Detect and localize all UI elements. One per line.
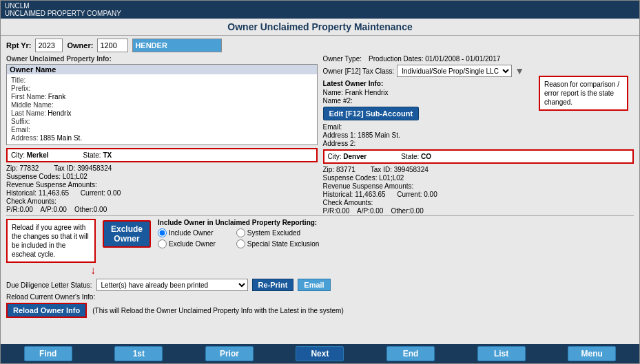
other-label-right: Other: xyxy=(391,207,410,215)
rpt-yr-label: Rpt Yr: xyxy=(6,41,31,50)
reload-button[interactable]: Reload Owner Info xyxy=(6,303,87,318)
historical-value-right: 11,463.65 xyxy=(355,191,386,198)
revenue-label-left: Revenue Suspense Amounts: xyxy=(6,181,318,189)
find-button[interactable]: Find xyxy=(24,346,72,361)
zip-value-left: 77832 xyxy=(19,164,39,172)
menu-button[interactable]: Menu xyxy=(568,346,616,361)
state-label-left: State: xyxy=(83,151,103,159)
callout-left-text: Reload if you agree with the changes so … xyxy=(12,224,89,258)
name2-label-r: Name #2: xyxy=(323,97,353,105)
zip-taxid-right: Zip: 83771 Tax ID: 399458324 xyxy=(323,166,634,173)
title-label: Title: xyxy=(11,76,25,84)
suspense-left: Suspense Codes: L01;L02 xyxy=(6,173,318,180)
next-button[interactable]: Next xyxy=(296,346,344,361)
firstname-row: First Name: Frank xyxy=(11,93,313,100)
owner-id-input[interactable] xyxy=(97,39,128,52)
ap-value-right: 0.00 xyxy=(370,207,383,215)
other-label-left: Other: xyxy=(74,206,94,213)
rpt-yr-input[interactable] xyxy=(35,39,63,52)
historical-label-right: Historical: xyxy=(323,191,355,198)
address-label: Address: xyxy=(11,134,38,142)
taxid-value-right: 399458324 xyxy=(394,166,429,173)
current-label-left: Current: xyxy=(81,189,107,197)
email-button[interactable]: Email xyxy=(298,279,330,291)
reload-row: Reload Current Owner's Info: xyxy=(6,293,634,301)
check-amounts-left: P/R:0.00 A/P:0.00 Other:0.00 xyxy=(6,206,318,213)
ap-label-right: A/P: xyxy=(357,207,370,215)
due-diligence-select[interactable]: Letter(s) have already been printed xyxy=(96,279,248,291)
reload-note: (This will Reload the Owner Unclaimed Pr… xyxy=(92,307,344,314)
main-window: UNCLM UNCLAIMED PROPERTY COMPANY Owner U… xyxy=(0,0,640,364)
exclude-owner-button[interactable]: ExcludeOwner xyxy=(103,220,151,248)
ap-value-left: 0.00 xyxy=(53,206,66,213)
zip-label-left: Zip: xyxy=(6,164,19,172)
lastname-row: Last Name: Hendrix xyxy=(11,109,313,117)
prefix-label: Prefix: xyxy=(11,85,30,92)
prior-button[interactable]: Prior xyxy=(205,346,254,361)
state-value-right: CO xyxy=(421,153,431,160)
app-code: UNCLM xyxy=(5,2,635,10)
include-section-label: Include Owner in Unclaimed Property Repo… xyxy=(158,219,319,226)
right-column: Owner Type: Production Dates: 01/01/2008… xyxy=(323,55,634,215)
list-button[interactable]: List xyxy=(477,346,526,361)
firstname-label: First Name: xyxy=(11,93,47,100)
suspense-right: Suspense Codes: L01;L02 xyxy=(323,174,634,182)
bottom-section: Reload if you agree with the changes so … xyxy=(6,215,634,321)
current-label-right: Current: xyxy=(397,191,424,198)
include-col2: System Excluded Special State Exclusion xyxy=(236,228,320,248)
special-state-radio[interactable] xyxy=(236,239,245,248)
include-owner-radio[interactable] xyxy=(158,228,167,237)
pr-value-left: 0.00 xyxy=(19,206,32,213)
suspense-label-right: Suspense Codes: xyxy=(323,174,380,182)
system-excluded-radio[interactable] xyxy=(236,228,245,237)
f12-sub-account-button[interactable]: Edit [F12] Sub-Account xyxy=(323,107,420,120)
address-row: Address: 1885 Main St. xyxy=(11,134,313,142)
historical-label-left: Historical: xyxy=(6,189,39,197)
other-value-left: 0.00 xyxy=(94,206,107,213)
owner-name-input[interactable] xyxy=(132,39,222,52)
exclude-include-row: Reload if you agree with the changes so … xyxy=(6,219,634,277)
include-owner-option[interactable]: Include Owner xyxy=(158,228,216,237)
two-column-layout: Owner Unclaimed Property Info: Owner Nam… xyxy=(6,55,634,215)
other-value-right: 0.00 xyxy=(410,207,423,215)
owner-label: Owner: xyxy=(67,41,93,50)
email-row-r: Email: xyxy=(323,123,634,131)
firstname-value: Frank xyxy=(48,93,66,100)
prefix-row: Prefix: xyxy=(11,85,313,92)
include-options-rows: Include Owner Exclude Owner xyxy=(158,228,319,248)
check-amounts-label-right: Check Amounts: xyxy=(323,199,634,206)
suspense-value-left: L01;L02 xyxy=(63,173,87,180)
addr1-label-r: Address 1: xyxy=(323,131,358,139)
page-title: Owner Unclaimed Property Maintenance xyxy=(1,19,639,36)
address-value: 1885 Main St. xyxy=(39,134,82,142)
special-state-label: Special State Exclusion xyxy=(247,240,320,248)
email-label: Email: xyxy=(11,126,30,133)
end-button[interactable]: End xyxy=(386,346,435,361)
f12-dropdown-icon: ▼ xyxy=(515,65,524,76)
taxid-value-left: 399458324 xyxy=(77,164,112,172)
ap-label-left: A/P: xyxy=(40,206,53,213)
suspense-label-left: Suspense Codes: xyxy=(6,173,63,180)
content-area: Rpt Yr: Owner: Owner Unclaimed Property … xyxy=(1,36,639,344)
f12-select[interactable]: Individual/Sole Prop/Single LLC xyxy=(397,65,512,77)
system-excluded-option[interactable]: System Excluded xyxy=(236,228,320,237)
pr-value-right: 0.00 xyxy=(336,207,349,215)
exclude-owner-radio[interactable] xyxy=(158,239,167,248)
current-value-left: 0.00 xyxy=(107,189,121,197)
special-state-option[interactable]: Special State Exclusion xyxy=(236,239,320,248)
name-label-r: Name: xyxy=(323,89,345,96)
title-bar: UNCLM UNCLAIMED PROPERTY COMPANY xyxy=(1,1,639,19)
city-value-left: Merkel xyxy=(27,151,49,159)
zip-label-right: Zip: xyxy=(323,166,336,173)
first-button[interactable]: 1st xyxy=(114,346,163,361)
footer-bar: Find 1st Prior Next End List Menu xyxy=(1,344,639,363)
production-dates-label: Production Dates: 01/01/2008 - 01/01/201… xyxy=(369,55,500,63)
reprint-button[interactable]: Re-Print xyxy=(252,279,294,291)
exclude-owner-option[interactable]: Exclude Owner xyxy=(158,239,216,248)
check-amounts-right: P/R:0.00 A/P:0.00 Other:0.00 xyxy=(323,207,634,215)
city-label-right: City: xyxy=(328,153,344,160)
zip-taxid-left: Zip: 77832 Tax ID: 399458324 xyxy=(6,164,318,172)
historical-value-left: 11,463.65 xyxy=(39,189,70,197)
owner-name-title: Owner Name xyxy=(7,65,317,74)
callout-right: Reason for comparison / error report is … xyxy=(539,76,628,111)
